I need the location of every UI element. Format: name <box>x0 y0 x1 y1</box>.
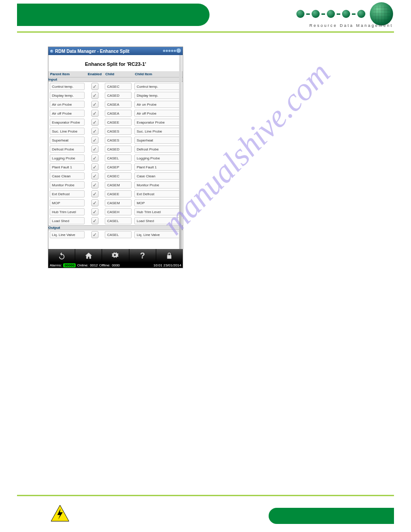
child-item-field[interactable]: Case Clean <box>134 172 181 180</box>
enabled-checkbox[interactable] <box>91 181 98 189</box>
child-field[interactable]: CASEL <box>105 231 132 238</box>
enabled-checkbox[interactable] <box>91 92 98 99</box>
child-item-field[interactable]: Plant Fault 1 <box>134 163 181 171</box>
child-field[interactable]: CASEA <box>105 101 132 108</box>
table-row: Air on Probe CASEA Air on Probe <box>48 100 183 109</box>
col-item: Child Item <box>133 71 183 77</box>
gears-icon <box>111 252 120 260</box>
child-item-field[interactable]: Liq. Line Valve <box>134 231 181 238</box>
col-parent: Parent Item <box>48 71 86 77</box>
child-item-field[interactable]: MOP <box>134 199 181 206</box>
undo-icon <box>58 252 66 260</box>
child-field[interactable]: CASEE <box>105 119 132 126</box>
child-item-field[interactable]: Hub Trim Level <box>134 208 181 215</box>
parent-field[interactable]: Liq. Line Valve <box>50 231 85 238</box>
child-field[interactable]: CASEE <box>105 190 132 197</box>
child-field[interactable]: CASEP <box>105 163 132 171</box>
child-item-field[interactable]: Control temp. <box>134 83 181 90</box>
title-bullet-icon <box>50 50 53 53</box>
home-button[interactable] <box>75 249 102 262</box>
status-time: 10:01 23/01/2014 <box>154 263 181 267</box>
parent-field[interactable]: Plant Fault 1 <box>50 163 85 171</box>
home-icon <box>85 252 93 260</box>
enabled-checkbox[interactable] <box>91 163 98 171</box>
table-row: Superheat CASES Superheat <box>48 136 183 145</box>
table-row: Case Clean CASEC Case Clean <box>48 172 183 180</box>
back-button[interactable] <box>48 249 75 262</box>
table-row: Load Shed CASEL Load Shed <box>48 216 183 226</box>
bottom-toolbar: ? <box>48 249 183 262</box>
enabled-checkbox[interactable] <box>91 172 98 180</box>
enabled-checkbox[interactable] <box>91 154 98 162</box>
col-enabled: Enabled <box>86 71 103 77</box>
enabled-checkbox[interactable] <box>91 110 98 117</box>
enabled-checkbox[interactable] <box>91 190 98 197</box>
table-row: Air off Probe CASEA Air off Probe <box>48 109 183 118</box>
parent-field[interactable]: Hub Trim Level <box>50 208 85 215</box>
enabled-checkbox[interactable] <box>91 217 98 224</box>
child-field[interactable]: CASEH <box>105 208 132 215</box>
child-item-field[interactable]: Air on Probe <box>134 101 181 108</box>
offline-value: 0000 <box>112 263 120 267</box>
child-item-field[interactable]: Defrost Probe <box>134 146 181 153</box>
header-divider <box>17 31 394 33</box>
table-row: Ext Defrost CASEE Ext Defrost <box>48 189 183 198</box>
header-logo <box>296 2 393 26</box>
parent-field[interactable]: Ext Defrost <box>50 190 85 197</box>
page-title: Enhance Split for 'RC23-1' <box>48 55 183 71</box>
table-row: Defrost Probe CASED Defrost Probe <box>48 145 183 154</box>
child-field[interactable]: CASES <box>105 128 132 135</box>
child-item-field[interactable]: Load Shed <box>134 217 181 224</box>
child-field[interactable]: CASEA <box>105 110 132 117</box>
child-item-field[interactable]: Air off Probe <box>134 110 181 117</box>
enabled-checkbox[interactable] <box>91 83 98 90</box>
child-field[interactable]: CASEC <box>105 83 132 90</box>
table-row: Plant Fault 1 CASEP Plant Fault 1 <box>48 163 183 172</box>
child-item-field[interactable]: Evaporator Probe <box>134 119 181 126</box>
parent-field[interactable]: Case Clean <box>50 172 85 180</box>
header-green-bar <box>17 4 210 26</box>
settings-button[interactable] <box>102 249 129 262</box>
parent-field[interactable]: MOP <box>50 199 85 206</box>
parent-field[interactable]: Display temp. <box>50 92 85 99</box>
enabled-checkbox[interactable] <box>91 128 98 135</box>
enabled-checkbox[interactable] <box>91 231 98 238</box>
parent-field[interactable]: Logging Probe <box>50 154 85 162</box>
child-field[interactable]: CASEL <box>105 154 132 162</box>
enabled-checkbox[interactable] <box>91 137 98 144</box>
parent-field[interactable]: Superheat <box>50 137 85 144</box>
child-field[interactable]: CASEM <box>105 199 132 206</box>
enabled-checkbox[interactable] <box>91 119 98 126</box>
window-title: RDM Data Manager - Enhance Split <box>55 49 129 54</box>
scrollbar[interactable] <box>179 55 182 249</box>
child-field[interactable]: CASED <box>105 92 132 99</box>
enabled-checkbox[interactable] <box>91 101 98 108</box>
child-item-field[interactable]: Ext Defrost <box>134 190 181 197</box>
child-item-field[interactable]: Display temp. <box>134 92 181 99</box>
child-field[interactable]: CASES <box>105 137 132 144</box>
enabled-checkbox[interactable] <box>91 208 98 215</box>
child-item-field[interactable]: Logging Probe <box>134 154 181 162</box>
child-item-field[interactable]: Suc. Line Probe <box>134 128 181 135</box>
enabled-checkbox[interactable] <box>91 146 98 153</box>
parent-field[interactable]: Defrost Probe <box>50 146 85 153</box>
parent-field[interactable]: Air on Probe <box>50 101 85 108</box>
child-field[interactable]: CASED <box>105 146 132 153</box>
child-field[interactable]: CASEL <box>105 217 132 224</box>
section-input: Input <box>48 77 183 82</box>
parent-field[interactable]: Monitor Probe <box>50 181 85 189</box>
child-field[interactable]: CASEM <box>105 181 132 189</box>
table-row: Logging Probe CASEL Logging Probe <box>48 154 183 163</box>
offline-label: Offline: <box>99 263 111 267</box>
parent-field[interactable]: Load Shed <box>50 217 85 224</box>
help-button[interactable]: ? <box>129 249 156 262</box>
parent-field[interactable]: Air off Probe <box>50 110 85 117</box>
parent-field[interactable]: Suc. Line Probe <box>50 128 85 135</box>
parent-field[interactable]: Evaporator Probe <box>50 119 85 126</box>
child-item-field[interactable]: Superheat <box>134 137 181 144</box>
lock-button[interactable] <box>156 249 183 262</box>
enabled-checkbox[interactable] <box>91 199 98 206</box>
parent-field[interactable]: Control temp. <box>50 83 85 90</box>
child-field[interactable]: CASEC <box>105 172 132 180</box>
child-item-field[interactable]: Monitor Probe <box>134 181 181 189</box>
